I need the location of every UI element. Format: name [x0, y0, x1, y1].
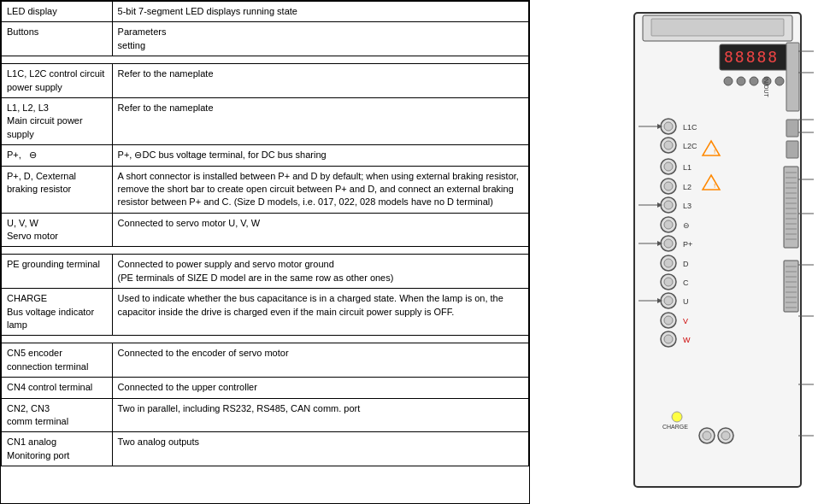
table-row: L1, L2, L3Main circuit power supply Refe… — [2, 97, 529, 144]
desc-cell: Connected to the encoder of servo motor — [112, 343, 528, 378]
table-row: CN1 analogMonitoring port Two analog out… — [2, 432, 529, 466]
label-cell: Buttons — [2, 22, 113, 56]
label-cell: P+, D, Cexternal braking resistor — [2, 166, 113, 213]
svg-point-70 — [664, 316, 673, 325]
label-cell: CN5 encoder connection terminal — [2, 343, 113, 378]
desc-cell: 5-bit 7-segment LED displays running sta… — [112, 2, 528, 22]
svg-text:P+: P+ — [683, 240, 692, 249]
label-cell: CHARGEBus voltage indicator lamp — [2, 289, 113, 336]
desc-cell: Refer to the nameplate — [112, 64, 528, 98]
table-row: U, V, WServo motor Connected to servo mo… — [2, 213, 529, 247]
svg-text:U: U — [683, 297, 689, 306]
table-row: CN5 encoder connection terminal Connecte… — [2, 343, 529, 378]
svg-point-82 — [703, 431, 711, 440]
svg-point-43 — [664, 141, 673, 149]
svg-point-84 — [721, 431, 730, 440]
label-cell: P+, ⊖ — [2, 145, 113, 166]
label-cell: PE grounding terminal — [2, 255, 113, 289]
svg-point-5 — [724, 77, 733, 85]
label-cell: CN1 analogMonitoring port — [2, 432, 113, 466]
svg-point-55 — [664, 220, 673, 229]
desc-cell: Refer to the nameplate — [112, 97, 528, 144]
label-cell: L1, L2, L3Main circuit power supply — [2, 97, 113, 144]
svg-point-52 — [664, 201, 673, 209]
svg-rect-29 — [784, 261, 798, 312]
device-illustration: 88888 IN/OUT — [549, 9, 814, 495]
separator-row — [2, 336, 529, 343]
table-row: P+, ⊖ P+, ⊖DC bus voltage terminal, for … — [2, 145, 529, 166]
svg-text:CHARGE: CHARGE — [662, 424, 688, 430]
table-row: CN4 control terminal Connected to the up… — [2, 378, 529, 398]
svg-point-79 — [672, 412, 682, 422]
svg-rect-2 — [651, 19, 784, 36]
desc-cell: Connected to the upper controller — [112, 378, 528, 398]
svg-point-49 — [664, 182, 673, 190]
desc-cell: Connected to power supply and servo moto… — [112, 255, 528, 289]
label-cell: LED display — [2, 2, 113, 22]
label-cell: CN2, CN3comm terminal — [2, 398, 113, 432]
separator-row — [2, 247, 529, 255]
desc-cell: Parameterssetting — [112, 22, 528, 56]
label-cell: L1C, L2C control circuit power supply — [2, 64, 113, 98]
device-diagram: 88888 IN/OUT — [530, 0, 818, 504]
svg-point-61 — [664, 259, 673, 267]
desc-cell: Two analog outputs — [112, 432, 528, 466]
svg-point-58 — [664, 239, 673, 248]
svg-text:L1C: L1C — [683, 123, 697, 132]
svg-point-7 — [750, 77, 758, 85]
svg-point-73 — [664, 335, 673, 343]
separator-row — [2, 56, 529, 64]
svg-text:L1: L1 — [683, 163, 691, 172]
table-row: CHARGEBus voltage indicator lamp Used to… — [2, 289, 529, 336]
desc-cell: P+, ⊖DC bus voltage terminal, for DC bus… — [112, 145, 528, 166]
svg-rect-12 — [786, 120, 798, 137]
label-cell: U, V, WServo motor — [2, 213, 113, 247]
svg-text:L2: L2 — [683, 183, 691, 191]
svg-text:V: V — [683, 317, 688, 325]
svg-point-64 — [664, 278, 673, 286]
svg-text:!: ! — [714, 182, 715, 190]
table-row: PE grounding terminal Connected to power… — [2, 255, 529, 289]
svg-text:L2C: L2C — [683, 142, 697, 150]
desc-cell: Used to indicate whether the bus capacit… — [112, 289, 528, 336]
desc-cell: Connected to servo motor U, V, W — [112, 213, 528, 247]
svg-text:!: ! — [714, 148, 715, 155]
svg-text:IN/OUT: IN/OUT — [763, 77, 769, 97]
table-row: L1C, L2C control circuit power supply Re… — [2, 64, 529, 98]
svg-text:⊖: ⊖ — [683, 221, 690, 230]
svg-text:C: C — [683, 278, 689, 287]
table-row: P+, D, Cexternal braking resistor A shor… — [2, 166, 529, 213]
desc-cell: A short connector is installed between P… — [112, 166, 528, 213]
label-cell: CN4 control terminal — [2, 378, 113, 398]
svg-point-46 — [664, 162, 673, 171]
svg-text:D: D — [683, 260, 689, 268]
svg-rect-13 — [786, 141, 798, 158]
svg-text:88888: 88888 — [724, 48, 779, 66]
component-table: LED display 5-bit 7-segment LED displays… — [0, 0, 530, 504]
svg-text:W: W — [683, 336, 691, 344]
svg-text:L3: L3 — [683, 202, 691, 210]
svg-point-40 — [664, 122, 673, 131]
table-row: CN2, CN3comm terminal Two in parallel, i… — [2, 398, 529, 432]
svg-rect-14 — [784, 167, 798, 248]
desc-cell: Two in parallel, including RS232, RS485,… — [112, 398, 528, 432]
device-svg: 88888 IN/OUT — [549, 9, 814, 495]
table-row: LED display 5-bit 7-segment LED displays… — [2, 2, 529, 22]
table-row: Buttons Parameterssetting — [2, 22, 529, 56]
svg-point-9 — [775, 77, 784, 85]
svg-point-67 — [664, 296, 673, 305]
svg-rect-10 — [786, 43, 799, 111]
svg-point-6 — [737, 77, 745, 85]
